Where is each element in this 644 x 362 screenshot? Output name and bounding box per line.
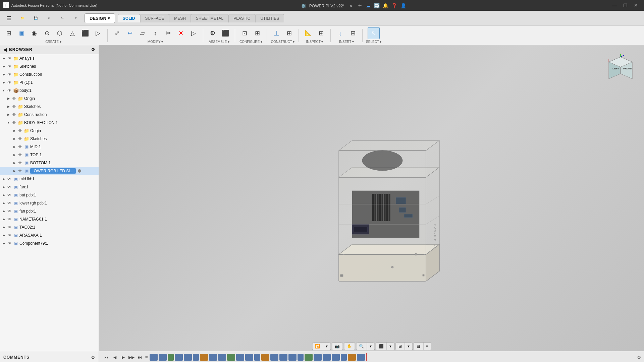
tl-item-9[interactable] [218, 354, 226, 361]
eye-bottom1[interactable]: 👁 [17, 160, 23, 166]
tab-solid[interactable]: SOLID [118, 14, 140, 22]
create-hole-btn[interactable]: ⊙ [41, 27, 53, 39]
tree-item-body1[interactable]: 👁 📦 body:1 [0, 86, 99, 95]
eye-analysis[interactable]: 👁 [7, 56, 12, 61]
eye-component79[interactable]: 👁 [7, 241, 12, 246]
eye-arasaka[interactable]: 👁 [7, 233, 12, 238]
display-arrow[interactable]: ▾ [387, 343, 394, 350]
zoom-arrow[interactable]: ▾ [367, 343, 374, 350]
add-tab-icon[interactable]: ＋ [357, 2, 363, 9]
eye-pi[interactable]: 👁 [7, 80, 12, 85]
tl-item-13[interactable] [254, 354, 260, 361]
modify-scale-btn[interactable]: ✂ [162, 27, 174, 39]
tree-item-top1[interactable]: 👁 ▣ TOP:1 [0, 151, 99, 159]
tl-item-3[interactable] [168, 354, 174, 361]
create-revolve-btn[interactable]: ◉ [28, 27, 40, 39]
eye-sketches1[interactable]: 👁 [11, 104, 17, 109]
insert-btn[interactable]: ↓ [334, 27, 346, 39]
tab-utilities[interactable]: UTILITIES [255, 14, 284, 22]
modify-press-pull-btn[interactable]: ⤢ [111, 27, 123, 39]
timeline-back-btn[interactable]: ◀ [111, 353, 119, 362]
viewcube[interactable]: LEFT FRONT [607, 52, 637, 82]
pan-btn[interactable]: ✋ [344, 343, 355, 350]
create-box-btn[interactable]: ⊞ [3, 27, 15, 39]
create-pattern-btn[interactable]: ⬛ [79, 27, 91, 39]
zoom-btn[interactable]: 🔍 [356, 343, 367, 350]
tl-item-12[interactable] [245, 354, 253, 361]
tl-item-24[interactable] [348, 354, 356, 361]
tree-item-construction1[interactable]: 👁 📁 Construction [0, 111, 99, 119]
tree-item-sketches-top[interactable]: 👁 📁 Sketches [0, 62, 99, 70]
inspect-more-btn[interactable]: ⊞ [315, 27, 327, 39]
tree-item-fan-pcb[interactable]: 👁 ▣ fan pcb:1 [0, 207, 99, 215]
eye-sketches-top[interactable]: 👁 [7, 64, 12, 69]
insert-more-btn[interactable]: ⊞ [347, 27, 359, 39]
configure-btn2[interactable]: ⊞ [251, 27, 263, 39]
modify-combine-btn[interactable]: ✕ [175, 27, 187, 39]
tl-item-16[interactable] [279, 354, 287, 361]
design-button[interactable]: DESIGN ▾ [85, 13, 115, 23]
tree-item-body-section[interactable]: 👁 📁 BODY SECTION:1 [0, 119, 99, 127]
tree-item-component79[interactable]: 👁 ▣ Component79:1 [0, 239, 99, 247]
grid-btn[interactable]: ⊞ [396, 343, 405, 350]
refresh-icon[interactable]: 🔄 [374, 3, 380, 8]
eye-lower-rgb[interactable]: 👁 [17, 168, 23, 174]
tree-item-mid-lid[interactable]: 👁 ▣ mid lid:1 [0, 175, 99, 183]
help-icon[interactable]: ❓ [391, 3, 397, 8]
tree-item-construction-top[interactable]: 👁 📁 Construction [0, 70, 99, 78]
tl-item-15[interactable] [270, 354, 278, 361]
tree-item-fan1[interactable]: 👁 ▣ fan:1 [0, 183, 99, 191]
eye-body1[interactable]: 👁 [7, 88, 12, 93]
eye-construction-top[interactable]: 👁 [7, 72, 12, 77]
eye-body-section[interactable]: 👁 [11, 120, 17, 125]
cloud-icon[interactable]: ☁ [366, 3, 371, 8]
tl-item-17[interactable] [288, 354, 297, 361]
browser-back-icon[interactable]: ◀ [3, 47, 7, 52]
tl-item-21[interactable] [323, 354, 331, 361]
tl-item-8[interactable] [209, 354, 217, 361]
eye-lower-rgb-pcb[interactable]: 👁 [7, 200, 12, 206]
tab-plastic[interactable]: PLASTIC [228, 14, 255, 22]
eye-origin1[interactable]: 👁 [11, 96, 17, 101]
tree-item-tag02[interactable]: 👁 ▣ TAG02:1 [0, 223, 99, 231]
tl-item-14[interactable] [261, 354, 269, 361]
construct-more-btn[interactable]: ⊞ [283, 27, 295, 39]
tl-item-22[interactable] [332, 354, 340, 361]
tree-item-bat-pcb[interactable]: 👁 ▣ bat pcb:1 [0, 191, 99, 199]
tree-item-sketches2[interactable]: 👁 📁 Sketches [0, 135, 99, 143]
inspect-measure-btn[interactable]: 📐 [302, 27, 314, 39]
timeline-settings-btn[interactable]: ⚙ [637, 355, 641, 360]
close-button[interactable]: ✕ [631, 2, 641, 9]
tl-item-10[interactable] [227, 354, 235, 361]
eye-bat-pcb[interactable]: 👁 [7, 192, 12, 198]
eye-nametag01[interactable]: 👁 [7, 217, 12, 222]
tree-item-lower-rgb[interactable]: 👁 ▣ LOWER RGB LED SL... [0, 167, 99, 175]
tab-mesh[interactable]: MESH [169, 14, 191, 22]
eye-sketches2[interactable]: 👁 [17, 136, 23, 141]
undo-btn[interactable]: ↩ [43, 12, 55, 24]
tl-item-6[interactable] [193, 354, 199, 361]
view-arrow[interactable]: ▾ [423, 343, 431, 350]
tl-item-11[interactable] [236, 354, 244, 361]
eye-mid-lid[interactable]: 👁 [7, 176, 12, 182]
eye-fan-pcb[interactable]: 👁 [7, 208, 12, 214]
eye-mid1[interactable]: 👁 [17, 144, 23, 149]
configure-btn1[interactable]: ⊡ [238, 27, 251, 39]
view-btn[interactable]: ▦ [414, 343, 423, 350]
modify-chamfer-btn[interactable]: ▱ [137, 27, 149, 39]
create-mirror-btn[interactable]: △ [66, 27, 78, 39]
tree-item-pi[interactable]: 👁 📁 PI (1):1 [0, 78, 99, 86]
assemble-more-btn[interactable]: ⬛ [219, 27, 231, 39]
grid-arrow[interactable]: ▾ [405, 343, 412, 350]
tree-item-lower-rgb-pcb[interactable]: 👁 ▣ lower rgb pcb:1 [0, 199, 99, 207]
close-tab-icon[interactable]: ✕ [349, 4, 353, 8]
create-more-btn[interactable]: ▷ [92, 27, 104, 39]
tree-item-origin2[interactable]: 👁 📁 Origin [0, 127, 99, 135]
orbit-btn[interactable]: 🔁 [312, 343, 323, 350]
tab-sheetmetal[interactable]: SHEET METAL [191, 14, 228, 22]
orbit-arrow[interactable]: ▾ [323, 343, 330, 350]
tl-item-4[interactable] [175, 354, 183, 361]
eye-top1[interactable]: 👁 [17, 152, 23, 158]
modify-fillet-btn[interactable]: ↩ [124, 27, 136, 39]
tl-item-18[interactable] [298, 354, 304, 361]
